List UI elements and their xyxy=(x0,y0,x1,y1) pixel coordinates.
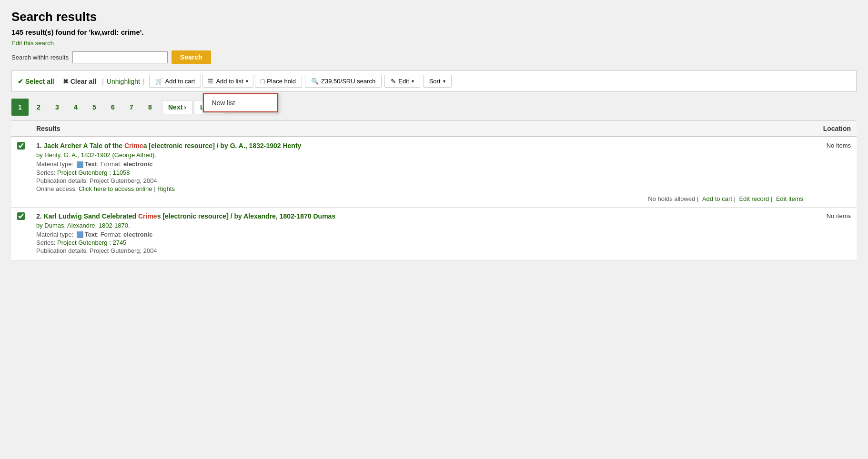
page-8[interactable]: 8 xyxy=(141,99,159,116)
series-link[interactable]: Project Gutenberg ; 2745 xyxy=(57,239,126,246)
action-sep: | xyxy=(732,195,737,202)
title-suffix: a [electronic resource] / by G. A., 1832… xyxy=(143,142,302,150)
online-label: Online access: xyxy=(36,185,79,192)
material-value: Text xyxy=(85,231,97,238)
row-actions: No holds allowed | Add to cart | Edit re… xyxy=(36,195,803,202)
clear-all-button[interactable]: ✖ Clear all xyxy=(63,78,96,85)
edit-button[interactable]: ✎ Edit ▾ xyxy=(384,75,420,88)
x-icon: ✖ xyxy=(63,78,69,85)
unhighlight-button[interactable]: Unhighlight xyxy=(107,78,140,85)
online-sep: | xyxy=(154,185,155,192)
add-to-list-button[interactable]: ☰ Add to list ▾ xyxy=(202,75,253,88)
result-online-access: Online access: Click here to access onli… xyxy=(36,185,803,192)
material-label: Material type: xyxy=(36,231,75,238)
series-label: Series: xyxy=(36,239,57,246)
result-checkbox-cell xyxy=(11,207,30,260)
no-items-text: No items xyxy=(827,212,851,220)
no-holds-text: No holds allowed xyxy=(648,195,695,202)
row-action-2[interactable]: Edit record xyxy=(739,195,769,202)
pub-value: Project Gutenberg, 2004 xyxy=(90,247,157,254)
result-num: 2. xyxy=(36,212,44,220)
page-2[interactable]: 2 xyxy=(30,99,47,116)
result-author[interactable]: by Dumas, Alexandre, 1802-1870. xyxy=(36,222,803,229)
material-icon xyxy=(77,161,83,168)
page-4[interactable]: 4 xyxy=(67,99,84,116)
result-material-type: Material type: Text; Format: electronic xyxy=(36,231,803,239)
format-label: ; Format: xyxy=(97,231,123,238)
col-checkbox xyxy=(11,121,30,137)
add-to-cart-button[interactable]: 🛒 Add to cart xyxy=(149,75,202,88)
result-checkbox-1[interactable] xyxy=(17,142,25,150)
page-container: Search results 145 result(s) found for '… xyxy=(0,0,868,270)
result-location: No items xyxy=(809,207,857,260)
result-title[interactable]: 1. Jack Archer A Tale of the Crimea [ele… xyxy=(36,142,803,150)
edit-chevron-icon: ▾ xyxy=(412,79,414,84)
title-highlight: Crime xyxy=(124,142,143,150)
check-icon: ✔ xyxy=(18,78,23,85)
search-within-button[interactable]: Search xyxy=(172,50,211,64)
page-5[interactable]: 5 xyxy=(86,99,103,116)
result-checkbox-2[interactable] xyxy=(17,212,25,220)
no-items-text: No items xyxy=(827,142,851,149)
edit-label: Edit xyxy=(398,78,409,85)
clear-all-label: Clear all xyxy=(71,78,96,85)
result-checkbox-cell xyxy=(11,137,30,207)
series-link[interactable]: Project Gutenberg ; 11058 xyxy=(57,169,130,176)
row-action-1[interactable]: Add to cart xyxy=(702,195,732,202)
edit-search-link[interactable]: Edit this search xyxy=(11,40,54,47)
page-1[interactable]: 1 xyxy=(11,99,29,116)
select-all-button[interactable]: ✔ Select all xyxy=(18,78,54,85)
result-pub-details: Publication details: Project Gutenberg, … xyxy=(36,247,803,254)
series-label: Series: xyxy=(36,169,57,176)
result-author[interactable]: by Henty, G. A., 1832-1902 (George Alfre… xyxy=(36,151,803,159)
result-content-cell: 1. Jack Archer A Tale of the Crimea [ele… xyxy=(30,137,809,207)
title-prefix: Karl Ludwig Sand Celebrated xyxy=(44,212,138,220)
online-rights-link[interactable]: Rights xyxy=(157,185,175,192)
results-table: Results Location 1. Jack Archer A Tale o… xyxy=(11,120,857,260)
result-title[interactable]: 2. Karl Ludwig Sand Celebrated Crimes [e… xyxy=(36,212,803,220)
page-7[interactable]: 7 xyxy=(123,99,140,116)
sort-chevron-icon: ▾ xyxy=(443,79,445,84)
search-within-input[interactable] xyxy=(72,51,168,63)
hold-icon: □ xyxy=(261,78,265,85)
format-value: electronic xyxy=(123,160,152,168)
place-hold-label: Place hold xyxy=(267,78,296,85)
table-row: 2. Karl Ludwig Sand Celebrated Crimes [e… xyxy=(11,207,857,260)
select-all-group: ✔ Select all xyxy=(18,78,57,85)
material-value: Text xyxy=(85,160,97,168)
add-to-list-label: Add to list xyxy=(216,78,243,85)
pub-label: Publication details: xyxy=(36,177,90,184)
z3950-button[interactable]: 🔍 Z39.50/SRU search xyxy=(305,75,382,88)
z3950-label: Z39.50/SRU search xyxy=(321,78,375,85)
next-button[interactable]: Next › xyxy=(162,100,192,114)
result-series: Series: Project Gutenberg ; 11058 xyxy=(36,169,803,176)
row-action-3[interactable]: Edit items xyxy=(776,195,803,202)
search-within-row: Search within results Search xyxy=(11,50,857,64)
next-arrow-icon: › xyxy=(184,103,186,111)
pencil-icon: ✎ xyxy=(391,78,396,85)
material-label: Material type: xyxy=(36,160,75,168)
list-icon: ☰ xyxy=(208,78,213,85)
format-value: electronic xyxy=(123,231,152,238)
result-pub-details: Publication details: Project Gutenberg, … xyxy=(36,177,803,184)
place-hold-button[interactable]: □ Place hold xyxy=(255,75,303,88)
result-num: 1. xyxy=(36,142,44,150)
cart-icon: 🛒 xyxy=(155,78,163,85)
clear-all-group: ✖ Clear all xyxy=(63,78,99,85)
separator-2: | xyxy=(102,78,104,85)
next-label: Next xyxy=(168,103,182,111)
table-row: 1. Jack Archer A Tale of the Crimea [ele… xyxy=(11,137,857,207)
page-3[interactable]: 3 xyxy=(49,99,66,116)
title-prefix: Jack Archer A Tale of the xyxy=(44,142,124,150)
results-summary: 145 result(s) found for 'kw,wrdl: crime'… xyxy=(11,28,857,36)
sort-button[interactable]: Sort ▾ xyxy=(423,75,452,88)
action-sep: | xyxy=(769,195,774,202)
page-6[interactable]: 6 xyxy=(104,99,121,116)
action-sep: | xyxy=(695,195,700,202)
add-to-list-dropdown: New list xyxy=(202,93,279,113)
search-within-label: Search within results xyxy=(11,54,69,61)
new-list-item[interactable]: New list xyxy=(203,93,278,112)
title-highlight: Crime xyxy=(138,212,157,220)
select-all-label: Select all xyxy=(25,78,54,85)
online-access-link[interactable]: Click here to access online xyxy=(79,185,152,192)
